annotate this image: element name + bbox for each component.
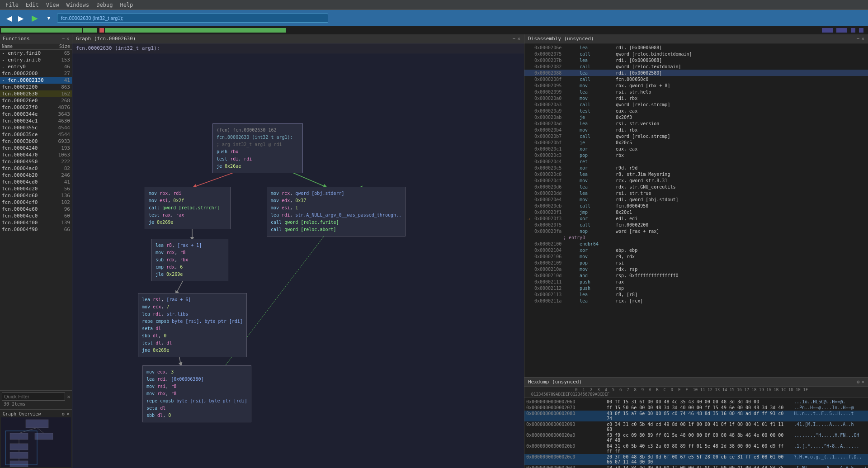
disasm-row[interactable]: 0x00002088 lea rdi, [0x00002580]	[524, 70, 868, 76]
function-list-item[interactable]: fcn.000044701063	[0, 151, 72, 158]
hex-row[interactable]: 0x00000000000020c0 20 3f 00 48 8b 3d 0d …	[524, 454, 868, 465]
disasm-row[interactable]: 0x000020f5 call fcn.00002200	[524, 222, 868, 228]
function-list-item[interactable]: fcn.0000344e3643	[0, 111, 72, 118]
disasm-row[interactable]: 0x0000207b lea rdi, [0x00006088]	[524, 57, 868, 63]
menu-debug[interactable]: Debug	[93, 1, 116, 9]
functions-panel-minimize[interactable]: −	[62, 36, 65, 41]
function-list-item[interactable]: fcn.00002200863	[0, 84, 72, 90]
disasm-row[interactable]: 0x000020a9 test eax, eax	[524, 108, 868, 114]
hexdump-content[interactable]: 0x0000000000002060 00 ff 15 31 6f 00 00 …	[524, 398, 868, 468]
function-list-item[interactable]: - entry046	[0, 63, 72, 70]
hexdump-panel-close[interactable]: ×	[861, 379, 864, 385]
disasm-row[interactable]: 0x00002109 pop rsi	[524, 260, 868, 266]
disasm-row[interactable]: 0x000020bf je 0x20c5	[524, 139, 868, 146]
menu-help[interactable]: Help	[116, 1, 137, 9]
function-list-item[interactable]: fcn.00004d2056	[0, 185, 72, 192]
disasm-row[interactable]: 0x000020b4 mov rdi, rbx	[524, 127, 868, 133]
function-list-item[interactable]: fcn.00004ac082	[0, 165, 72, 172]
function-list-item[interactable]: fcn.00004f00139	[0, 219, 72, 226]
disasm-row[interactable]: 0x0000208f call fcn.000050c0	[524, 76, 868, 82]
disassembly-content[interactable]: 0x0000206e lea rdi, [0x00006088] 0x00002…	[524, 43, 868, 377]
disasm-row[interactable]: 0x000020fa nop word [rax + rax]	[524, 228, 868, 234]
disasm-row[interactable]: 0x000020cf mov rcx, qword str.8.31	[524, 177, 868, 184]
disasm-row[interactable]: 0x0000210a mov rdx, rsp	[524, 266, 868, 272]
forward-button[interactable]: ▶	[15, 13, 26, 24]
function-list-item[interactable]: - entry.init0153	[0, 57, 72, 63]
disasm-row[interactable]: 0x00002099 lea rsi, str.help	[524, 89, 868, 95]
disasm-row[interactable]: ; entry0	[524, 234, 868, 241]
hex-row[interactable]: 0x0000000000002080 48 0f 15 a7 6e 00 00 …	[524, 411, 868, 421]
disasm-row[interactable]: 0x000020c4 ret	[524, 158, 868, 165]
disasm-row[interactable]: 0x0000211a lea rcx, [rcx]	[524, 298, 868, 304]
disasm-row[interactable]: → 0x000020f3 xor edi, edi	[524, 215, 868, 222]
disasm-row[interactable]: 0x00002100 endbr64	[524, 241, 868, 247]
disasm-row[interactable]: 0x000020c5 xor r9d, r9d	[524, 165, 868, 171]
function-list-item[interactable]: fcn.00004df0102	[0, 199, 72, 206]
disasm-row[interactable]: 0x000020a0 mov rdi, rbx	[524, 95, 868, 101]
play-button[interactable]: ▶	[29, 12, 41, 24]
function-list-item[interactable]: fcn.000034e14630	[0, 118, 72, 124]
disasm-row[interactable]: 0x00002106 mov r9, rdx	[524, 253, 868, 260]
disasm-row[interactable]: 0x00002112 push rsp	[524, 285, 868, 291]
function-list-item[interactable]: fcn.000027f04876	[0, 104, 72, 111]
disasm-row[interactable]: 0x000020e4 mov rdi, qword [obj.stdout]	[524, 196, 868, 203]
function-list-item[interactable]: fcn.00004b20246	[0, 172, 72, 179]
disasm-row[interactable]: 0x000020b7 call qword [reloc.strcmp]	[524, 133, 868, 139]
back-button[interactable]: ◀	[4, 13, 14, 24]
function-list-item[interactable]: fcn.000035ce4544	[0, 131, 72, 138]
menu-edit[interactable]: Edit	[22, 1, 42, 9]
disasm-row[interactable]: 0x00002075 call qword [reloc.bindtextdom…	[524, 51, 868, 57]
disasm-row[interactable]: 0x00002111 push rax	[524, 279, 868, 285]
graph-panel-close[interactable]: ×	[517, 36, 520, 42]
hex-row[interactable]: 0x00000000000020a0 f3 f9 cc 09 80 89 ff …	[524, 432, 868, 443]
disasm-row[interactable]: 0x00002095 mov rbx, qword [rbx + 8]	[524, 82, 868, 89]
disasm-row[interactable]: 0x00002082 call qword [reloc.textdomain]	[524, 63, 868, 70]
hex-row[interactable]: 0x0000000000002090 c0 34 31 c0 5b 4d cd …	[524, 421, 868, 432]
disasm-row[interactable]: 0x000020dd lea rsi, str.true	[524, 190, 868, 196]
filter-clear-button[interactable]: ✕	[67, 394, 70, 400]
disasm-row[interactable]: 0x00002104 xor ebp, ebp	[524, 247, 868, 253]
hexdump-panel-settings[interactable]: ⚙	[857, 379, 860, 385]
disasm-row[interactable]: 0x000020c8 lea r8, str.Jim_Meyering	[524, 171, 868, 177]
graph-canvas[interactable]: (fcn) fcn.00002630 162 fcn.00002630 (int…	[72, 53, 524, 468]
function-list-item[interactable]: fcn.0000200027	[0, 70, 72, 77]
disasm-row[interactable]: 0x000020eb call fcn.00004950	[524, 203, 868, 209]
menu-file[interactable]: File	[2, 1, 22, 9]
function-list-item[interactable]: fcn.00004950222	[0, 158, 72, 165]
function-list-item[interactable]: fcn.00004cd041	[0, 179, 72, 185]
function-list-item[interactable]: fcn.00004f9066	[0, 226, 72, 233]
graph-overview-settings[interactable]: ⚙	[62, 411, 65, 416]
disasm-row[interactable]: 0x000020c3 pop rbx	[524, 152, 868, 158]
graph-panel-minimize[interactable]: −	[513, 36, 516, 42]
hex-row[interactable]: 0x00000000000020b0 04 31 c0 5b 40 c3 2a …	[524, 443, 868, 454]
menu-view[interactable]: View	[42, 1, 63, 9]
disasm-row[interactable]: 0x0000206e lea rdi, [0x00006088]	[524, 44, 868, 51]
function-list-item[interactable]: fcn.00004d60136	[0, 192, 72, 199]
disasm-panel-minimize[interactable]: −	[857, 36, 860, 42]
function-list-item[interactable]: - fcn.0000213041	[0, 77, 72, 84]
menu-windows[interactable]: Windows	[63, 1, 93, 9]
disasm-row[interactable]: 0x0000210d and rsp, 0xfffffffffffffff0	[524, 272, 868, 279]
function-list-item[interactable]: fcn.0000355c4544	[0, 124, 72, 131]
disasm-row[interactable]: 0x000020d6 lea rdx, str.GNU_coreutils	[524, 184, 868, 190]
disasm-row[interactable]: 0x000020ab je 0x20f3	[524, 114, 868, 120]
location-input[interactable]	[57, 14, 328, 23]
quick-filter-input[interactable]	[2, 392, 65, 401]
function-list-item[interactable]: fcn.00003b006933	[0, 138, 72, 145]
hex-row[interactable]: 0x0000000000002070 ff 15 50 6e 00 00 48 …	[524, 405, 868, 411]
function-list-item[interactable]: fcn.00002630162	[0, 90, 72, 97]
function-list-item[interactable]: fcn.000026e0268	[0, 97, 72, 104]
functions-panel-close[interactable]: ×	[66, 36, 69, 41]
function-list-item[interactable]: fcn.00004240193	[0, 145, 72, 151]
hex-row[interactable]: 0x00000000000020d0 f8 74 14 84 4d 49 8d …	[524, 465, 868, 468]
dropdown-button[interactable]: ▼	[43, 14, 54, 22]
function-list-item[interactable]: fcn.00004ec060	[0, 213, 72, 219]
graph-overview-close[interactable]: ×	[66, 411, 69, 416]
function-list-item[interactable]: fcn.00004e6096	[0, 206, 72, 213]
function-list-item[interactable]: - entry.fini065	[0, 50, 72, 57]
hex-row[interactable]: 0x0000000000002060 00 ff 15 31 6f 00 00 …	[524, 399, 868, 405]
disasm-row[interactable]: 0x000020ad lea rsi, str.version	[524, 120, 868, 127]
disasm-panel-close[interactable]: ×	[861, 36, 864, 42]
disasm-row[interactable]: 0x000020c1 xor eax, eax	[524, 146, 868, 152]
disasm-row[interactable]: 0x000020a3 call qword [reloc.strcmp]	[524, 101, 868, 108]
